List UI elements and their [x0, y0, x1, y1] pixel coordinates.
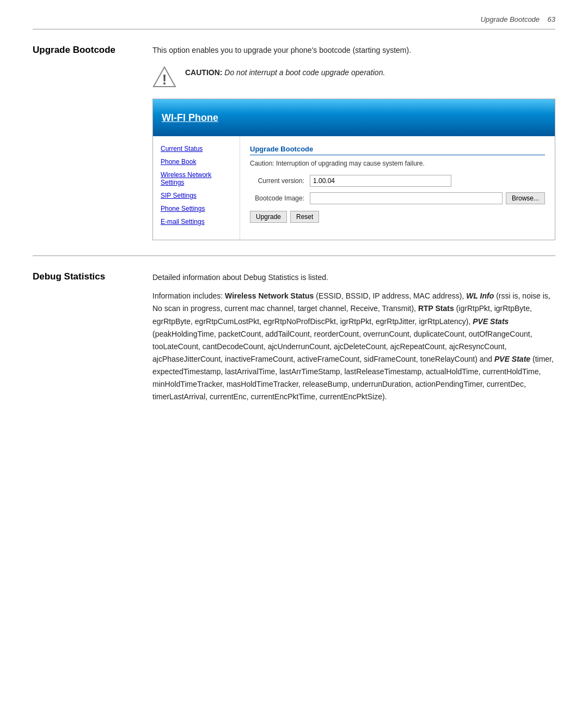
bootcode-image-input-group: Browse...: [310, 192, 545, 204]
nav-email-settings[interactable]: E-mail Settings: [161, 218, 232, 226]
debug-statistics-section: Debug Statistics Detailed information ab…: [33, 256, 555, 418]
wireless-network-status-label: Wireless Network Status: [225, 291, 314, 300]
upgrade-button[interactable]: Upgrade: [250, 211, 287, 223]
nav-wireless-network-settings[interactable]: Wireless Network Settings: [161, 171, 232, 186]
wifi-phone-header: WI-FI Phone: [153, 99, 555, 136]
wifi-sidebar: Current Status Phone Book Wireless Netwo…: [153, 136, 240, 240]
svg-text:!: !: [162, 71, 167, 88]
debug-intro: Detailed information about Debug Statist…: [152, 271, 555, 283]
wifi-phone-box: WI-FI Phone Current Status Phone Book Wi…: [152, 99, 555, 240]
pve-state-label: PVE State: [494, 355, 530, 363]
wifi-phone-title: WI-FI Phone: [162, 112, 218, 124]
section-content-col: This option enables you to upgrade your …: [152, 45, 555, 240]
wireless-network-status-detail: (ESSID, BSSID, IP address, MAC address),: [314, 291, 466, 300]
caution-icon: !: [152, 65, 176, 89]
upgrade-bootcode-description: This option enables you to upgrade your …: [152, 45, 555, 56]
caution-bold: CAUTION:: [185, 68, 222, 77]
page-header: Upgrade Bootcode 63: [0, 0, 588, 29]
section-title-col: Upgrade Bootcode: [33, 45, 152, 240]
page-number: 63: [548, 15, 555, 23]
debug-statistics-title: Debug Statistics: [33, 271, 142, 282]
current-version-input[interactable]: [310, 175, 451, 187]
header-title: Upgrade Bootcode: [481, 15, 540, 23]
action-buttons-row: Upgrade Reset: [250, 211, 545, 223]
upgrade-bootcode-title: Upgrade Bootcode: [33, 45, 142, 56]
wl-info-label: WL Info: [466, 291, 494, 300]
debug-detail: Information includes: Wireless Network S…: [152, 290, 555, 403]
nav-current-status[interactable]: Current Status: [161, 145, 232, 153]
caution-italic: Do not interrupt a boot code upgrade ope…: [224, 68, 385, 77]
wifi-main-panel: Upgrade Bootcode Caution: Interruption o…: [240, 136, 555, 240]
bootcode-image-label: Bootcode Image:: [250, 194, 310, 202]
pve-stats-label: PVE Stats: [473, 317, 509, 326]
current-version-row: Current version:: [250, 175, 545, 187]
nav-phone-book[interactable]: Phone Book: [161, 158, 232, 166]
bootcode-image-row: Bootcode Image: Browse...: [250, 192, 545, 204]
current-version-label: Current version:: [250, 177, 310, 185]
bootcode-image-input[interactable]: [310, 192, 503, 204]
nav-phone-settings[interactable]: Phone Settings: [161, 205, 232, 212]
debug-title-col: Debug Statistics: [33, 271, 152, 403]
upgrade-bootcode-section: Upgrade Bootcode This option enables you…: [33, 29, 555, 256]
debug-content-col: Detailed information about Debug Statist…: [152, 271, 555, 403]
detail-prefix: Information includes:: [152, 291, 225, 300]
panel-caution-text: Caution: Interruption of upgrading may c…: [250, 160, 545, 167]
browse-button[interactable]: Browse...: [506, 192, 545, 204]
main-content: Upgrade Bootcode This option enables you…: [0, 29, 588, 418]
nav-sip-settings[interactable]: SIP Settings: [161, 192, 232, 199]
rtp-stats-label: RTP Stats: [418, 304, 454, 313]
wifi-phone-body: Current Status Phone Book Wireless Netwo…: [153, 136, 555, 240]
reset-button[interactable]: Reset: [290, 211, 319, 223]
caution-text: CAUTION: Do not interrupt a boot code up…: [185, 65, 385, 78]
caution-block: ! CAUTION: Do not interrupt a boot code …: [152, 65, 555, 89]
panel-section-title: Upgrade Bootcode: [250, 145, 545, 155]
pve-stats-detail: (peakHoldingTime, packetCount, addTailCo…: [152, 330, 532, 363]
